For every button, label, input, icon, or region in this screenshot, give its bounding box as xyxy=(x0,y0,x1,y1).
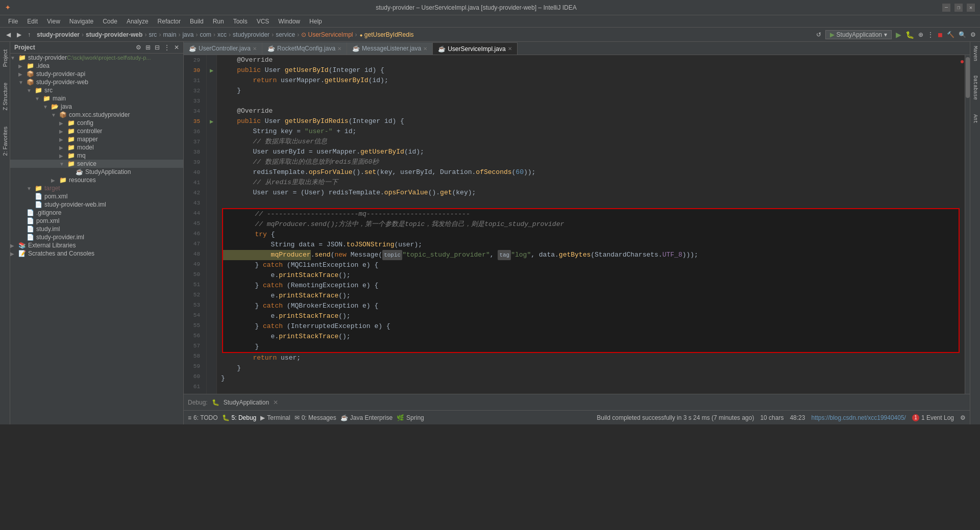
sidebar-close-icon[interactable]: ✕ xyxy=(174,44,179,51)
close-button[interactable]: ✕ xyxy=(967,4,975,12)
tree-item-gitignore[interactable]: ▶ 📄 .gitignore xyxy=(10,209,183,217)
run-config-selector[interactable]: ▶ StudyApplication ▾ xyxy=(825,30,892,39)
code-line-29: @Override xyxy=(221,55,961,65)
tree-item-provider-iml[interactable]: ▶ 📄 study-provider.iml xyxy=(10,233,183,241)
line-35: 35 xyxy=(188,116,202,127)
spring-tab[interactable]: 🌿 Spring xyxy=(397,414,424,421)
menu-tools[interactable]: Tools xyxy=(229,17,252,26)
tab-rocketmq[interactable]: ☕ RocketMqConfig.java ✕ xyxy=(262,42,347,55)
tree-item-root[interactable]: ▼ 📁 study-provider C:\sckj\work\project-… xyxy=(10,54,183,62)
messages-tab[interactable]: ✉ 0: Messages xyxy=(295,414,336,421)
breadcrumb-java[interactable]: java xyxy=(182,31,193,38)
run-with-coverage[interactable]: ⊕ xyxy=(918,31,923,38)
tab-close-messagelistener[interactable]: ✕ xyxy=(423,46,427,52)
menu-edit[interactable]: Edit xyxy=(23,17,42,26)
breadcrumb-src[interactable]: src xyxy=(149,31,157,38)
ant-tool[interactable]: Ant xyxy=(970,112,980,125)
menu-help[interactable]: Help xyxy=(305,17,326,26)
code-content[interactable]: @Override public User getUserById(Intege… xyxy=(217,55,965,394)
menu-build[interactable]: Build xyxy=(186,17,208,26)
java-enterprise-tab[interactable]: ☕ Java Enterprise xyxy=(340,414,393,421)
breadcrumb-studyprovider[interactable]: studyprovider xyxy=(233,31,270,38)
debug-tab[interactable]: 🐛 5: Debug xyxy=(222,414,257,421)
tree-item-mapper[interactable]: ▶ 📁 mapper xyxy=(10,135,183,143)
minimize-button[interactable]: — xyxy=(942,4,950,12)
tab-close-usercontroller[interactable]: ✕ xyxy=(253,46,257,52)
tree-item-package[interactable]: ▼ 📦 com.xcc.studyprovider xyxy=(10,111,183,119)
sidebar-collapse-icon[interactable]: ⊟ xyxy=(155,44,160,51)
tab-userserviceimpl[interactable]: ☕ UserServiceImpl.java ✕ xyxy=(433,42,517,55)
tab-usercontroller[interactable]: ☕ UserController.java ✕ xyxy=(184,42,262,55)
debug-session-close[interactable]: ✕ xyxy=(273,399,278,406)
breadcrumb-web[interactable]: study-provider-web xyxy=(86,31,142,38)
tree-item-resources[interactable]: ▶ 📁 resources xyxy=(10,176,183,184)
tree-item-pom[interactable]: ▶ 📄 pom.xml xyxy=(10,217,183,225)
nav-up[interactable]: ↑ xyxy=(26,30,33,39)
maven-tool[interactable]: Maven xyxy=(970,44,980,63)
toolbar-more[interactable]: ⋮ xyxy=(927,31,934,38)
menu-run[interactable]: Run xyxy=(209,17,228,26)
menu-vcs[interactable]: VCS xyxy=(253,17,274,26)
sidebar-settings-icon[interactable]: ⋮ xyxy=(164,44,170,51)
database-tool[interactable]: Database xyxy=(970,73,980,102)
tree-item-target[interactable]: ▼ 📁 target xyxy=(10,184,183,192)
menu-refactor[interactable]: Refactor xyxy=(154,17,185,26)
project-tool-button[interactable]: Project xyxy=(0,47,10,69)
tree-item-external-libs[interactable]: ▶ 📚 External Libraries xyxy=(10,241,183,249)
build-button[interactable]: 🔨 xyxy=(947,31,954,38)
event-log-badge[interactable]: 1 1 Event Log xyxy=(912,414,954,421)
menu-navigate[interactable]: Navigate xyxy=(65,17,97,26)
tree-item-studyapp[interactable]: ▶ ☕ StudyApplication xyxy=(10,168,183,176)
stop-button[interactable]: ◼ xyxy=(938,31,943,38)
tree-item-controller[interactable]: ▶ 📁 controller xyxy=(10,127,183,135)
sidebar-expand-icon[interactable]: ⊞ xyxy=(145,44,151,51)
nav-refresh[interactable]: ↺ xyxy=(816,31,821,38)
tree-item-mq[interactable]: ▶ 📁 mq xyxy=(10,152,183,160)
tree-item-java[interactable]: ▼ 📂 java xyxy=(10,103,183,111)
favorites-tool-button[interactable]: 2: Favorites xyxy=(0,124,10,158)
menu-file[interactable]: File xyxy=(4,17,22,26)
todo-tab[interactable]: ≡ 6: TODO xyxy=(188,414,218,421)
settings-icon[interactable]: ⚙ xyxy=(960,414,966,421)
tree-item-web[interactable]: ▼ 📦 study-provider-web xyxy=(10,78,183,86)
maximize-button[interactable]: ❐ xyxy=(954,4,963,12)
tab-close-userserviceimpl[interactable]: ✕ xyxy=(508,46,512,52)
sidebar-options-icon[interactable]: ⚙ xyxy=(136,44,141,51)
debug-button[interactable]: 🐛 xyxy=(905,31,914,39)
breadcrumb-com[interactable]: com xyxy=(200,31,211,38)
tab-close-rocketmq[interactable]: ✕ xyxy=(337,46,341,52)
tree-item-model[interactable]: ▶ 📁 model xyxy=(10,143,183,152)
tree-item-api[interactable]: ▶ 📦 study-provider-api xyxy=(10,70,183,78)
settings-gear[interactable]: ⚙ xyxy=(970,31,976,38)
editor-scrollbar[interactable] xyxy=(965,55,970,394)
tree-item-idea[interactable]: ▶ 📁 .idea xyxy=(10,62,183,70)
code-editor[interactable]: 29 30 31 32 33 34 35 36 37 38 39 40 41 4… xyxy=(184,55,970,394)
breadcrumb-userserviceimpl[interactable]: ⊙ UserServiceImpl xyxy=(301,31,353,38)
tree-item-service[interactable]: ▼ 📁 service xyxy=(10,160,183,168)
tree-item-study-iml[interactable]: ▶ 📄 study.iml xyxy=(10,225,183,233)
search-everywhere[interactable]: 🔍 xyxy=(959,31,966,38)
tree-item-pom-web[interactable]: ▶ 📄 pom.xml xyxy=(10,192,183,200)
tree-item-src[interactable]: ▼ 📁 src xyxy=(10,86,183,94)
scrollbar-thumb[interactable] xyxy=(966,57,970,98)
menu-analyze[interactable]: Analyze xyxy=(122,17,153,26)
nav-back[interactable]: ◀ xyxy=(4,30,13,39)
tree-item-scratches[interactable]: ▶ 📝 Scratches and Consoles xyxy=(10,249,183,258)
nav-forward[interactable]: ▶ xyxy=(15,30,23,39)
menu-view[interactable]: View xyxy=(43,17,64,26)
breadcrumb-service[interactable]: service xyxy=(276,31,295,38)
tab-messagelistener[interactable]: ☕ MessageListener.java ✕ xyxy=(347,42,433,55)
tree-item-iml-web[interactable]: ▶ 📄 study-provider-web.iml xyxy=(10,200,183,209)
menu-code[interactable]: Code xyxy=(99,17,121,26)
run-button[interactable]: ▶ xyxy=(896,31,901,39)
tree-item-main[interactable]: ▼ 📁 main xyxy=(10,94,183,103)
terminal-tab[interactable]: ▶ Terminal xyxy=(260,414,290,421)
url-link[interactable]: https://blog.csdn.net/xcc19940405/ xyxy=(811,414,905,421)
breadcrumb-method[interactable]: ⬥ getUserByIdRedis xyxy=(359,31,414,38)
breadcrumb-main[interactable]: main xyxy=(163,31,176,38)
breadcrumb-xcc[interactable]: xcc xyxy=(217,31,227,38)
tree-item-config[interactable]: ▶ 📁 config xyxy=(10,119,183,127)
breadcrumb-root[interactable]: study-provider xyxy=(37,31,80,38)
structure-tool-button[interactable]: Z Structure xyxy=(0,81,10,112)
menu-window[interactable]: Window xyxy=(274,17,304,26)
